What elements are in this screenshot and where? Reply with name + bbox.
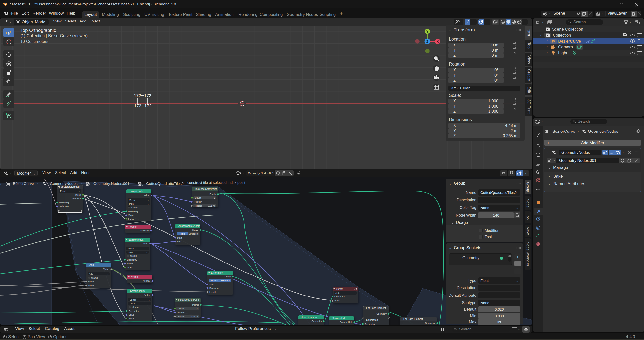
svg-text:4: 4 xyxy=(142,184,143,186)
svg-text:X: X xyxy=(437,40,438,43)
svg-text:Y: Y xyxy=(426,30,428,33)
svg-text:Z: Z xyxy=(426,40,428,43)
